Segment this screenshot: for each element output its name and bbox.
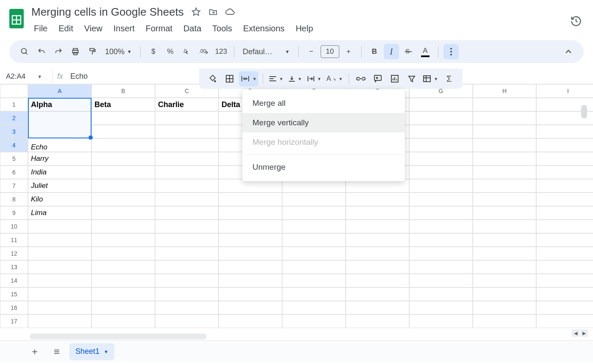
menu-insert[interactable]: Insert: [108, 22, 140, 35]
cell-g8[interactable]: [409, 193, 473, 206]
cell-h4[interactable]: [473, 138, 536, 152]
cell-h8[interactable]: [473, 193, 536, 206]
search-icon[interactable]: [17, 44, 32, 59]
cell-c6[interactable]: [155, 165, 219, 179]
cell-b12[interactable]: [91, 247, 155, 260]
cell-g16[interactable]: [409, 301, 473, 314]
sheet-tab-1[interactable]: Sheet1 ▼: [69, 343, 114, 360]
increase-decimal-icon[interactable]: .00: [197, 44, 212, 59]
cell-c9[interactable]: [155, 206, 219, 220]
cell-e17[interactable]: [282, 314, 346, 328]
row-header-8[interactable]: 8: [0, 193, 28, 206]
cell-i6[interactable]: [536, 165, 593, 179]
cell-i4[interactable]: [536, 138, 593, 152]
merge-cells-button[interactable]: ▼: [239, 71, 258, 86]
percent-button[interactable]: %: [163, 44, 178, 59]
cell-i8[interactable]: [536, 193, 593, 206]
cell-b7[interactable]: [91, 179, 155, 193]
cell-d9[interactable]: [219, 206, 282, 220]
row-header-14[interactable]: 14: [0, 274, 28, 287]
cell-d16[interactable]: [219, 301, 282, 314]
cell-e13[interactable]: [282, 260, 346, 274]
cell-h2[interactable]: [473, 111, 536, 125]
cell-f8[interactable]: [346, 193, 409, 206]
cell-g9[interactable]: [409, 206, 473, 220]
font-size-input[interactable]: 10: [321, 45, 339, 58]
cell-f10[interactable]: [346, 220, 409, 233]
cell-e16[interactable]: [282, 301, 346, 314]
cell-b10[interactable]: [91, 220, 155, 233]
cell-d8[interactable]: [219, 193, 282, 206]
cell-h13[interactable]: [473, 260, 536, 274]
name-box[interactable]: A2:A4 ▼: [0, 69, 53, 84]
decrease-decimal-icon[interactable]: .0: [180, 44, 195, 59]
cell-a14[interactable]: [28, 274, 91, 287]
row-header-17[interactable]: 17: [0, 314, 28, 328]
cell-g4[interactable]: [409, 138, 473, 152]
col-header-i[interactable]: I: [536, 84, 593, 98]
cell-e11[interactable]: [282, 233, 346, 247]
vertical-scrollbar-thumb[interactable]: [581, 105, 587, 119]
row-header-9[interactable]: 9: [0, 206, 28, 220]
cell-c3[interactable]: [155, 125, 219, 138]
cell-f12[interactable]: [346, 247, 409, 260]
menu-help[interactable]: Help: [291, 22, 318, 35]
cell-d11[interactable]: [219, 233, 282, 247]
cell-b4[interactable]: [91, 138, 155, 152]
cell-b13[interactable]: [91, 260, 155, 274]
cell-a15[interactable]: [28, 287, 91, 301]
sheets-logo[interactable]: [8, 7, 25, 30]
menu-view[interactable]: View: [79, 22, 108, 35]
cell-h14[interactable]: [473, 274, 536, 287]
merge-vertically-option[interactable]: Merge vertically: [242, 113, 405, 132]
cell-b8[interactable]: [91, 193, 155, 206]
scroll-right-icon[interactable]: ▶: [580, 329, 588, 337]
cloud-status-icon[interactable]: [224, 6, 236, 17]
cell-i7[interactable]: [536, 179, 593, 193]
borders-icon[interactable]: [222, 71, 237, 86]
cell-g1[interactable]: [409, 98, 473, 111]
cell-g12[interactable]: [409, 247, 473, 260]
row-header-1[interactable]: 1: [0, 98, 28, 111]
col-header-a[interactable]: A: [28, 84, 91, 98]
cell-f16[interactable]: [346, 301, 409, 314]
menu-data[interactable]: Data: [178, 22, 206, 35]
cell-h12[interactable]: [473, 247, 536, 260]
star-icon[interactable]: [191, 6, 202, 17]
row-header-15[interactable]: 15: [0, 287, 28, 301]
row-header-6[interactable]: 6: [0, 165, 28, 179]
text-rotation-dropdown[interactable]: A↘▼: [325, 71, 345, 86]
undo-icon[interactable]: [34, 44, 49, 59]
cell-d14[interactable]: [219, 274, 282, 287]
cell-g2[interactable]: [409, 111, 473, 125]
cell-g17[interactable]: [409, 314, 473, 328]
cell-a16[interactable]: [28, 301, 91, 314]
cell-c1[interactable]: Charlie: [155, 98, 219, 111]
currency-button[interactable]: $: [146, 44, 161, 59]
cell-d17[interactable]: [219, 314, 282, 328]
cell-f9[interactable]: [346, 206, 409, 220]
cell-a2-merged[interactable]: Echo: [28, 111, 91, 152]
collapse-toolbar-icon[interactable]: [561, 44, 576, 59]
cell-b14[interactable]: [91, 274, 155, 287]
print-icon[interactable]: [68, 44, 83, 59]
cell-i10[interactable]: [536, 220, 593, 233]
cell-c10[interactable]: [155, 220, 219, 233]
paint-format-icon[interactable]: [85, 44, 100, 59]
vertical-align-dropdown[interactable]: ▼: [287, 71, 304, 86]
unmerge-option[interactable]: Unmerge: [242, 157, 405, 177]
cell-h11[interactable]: [473, 233, 536, 247]
cell-c7[interactable]: [155, 179, 219, 193]
row-header-3[interactable]: 3: [0, 125, 28, 138]
cell-b6[interactable]: [91, 165, 155, 179]
cell-c12[interactable]: [155, 247, 219, 260]
more-toolbar-icon[interactable]: [443, 44, 459, 59]
cell-a7[interactable]: Juliet: [28, 179, 91, 193]
cell-h15[interactable]: [473, 287, 536, 301]
cell-i13[interactable]: [536, 260, 593, 274]
cell-b16[interactable]: [91, 301, 155, 314]
row-header-10[interactable]: 10: [0, 220, 28, 233]
cell-e10[interactable]: [282, 220, 346, 233]
cell-i14[interactable]: [536, 274, 593, 287]
cell-i16[interactable]: [536, 301, 593, 314]
